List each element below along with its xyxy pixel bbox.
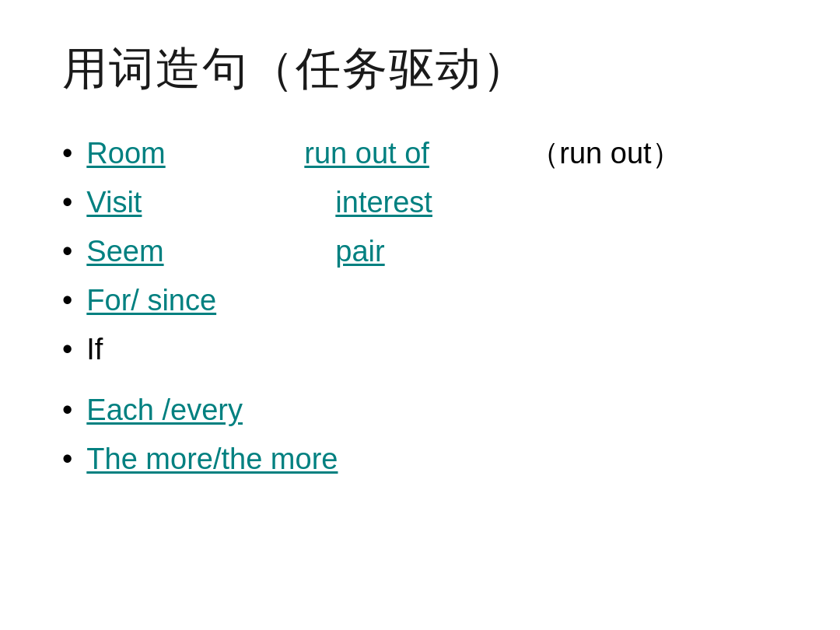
list-item: • Seem pair: [62, 229, 778, 275]
link-the-more[interactable]: The more/the more: [86, 436, 338, 482]
bullet-dot: •: [62, 131, 72, 177]
bullet-dot: •: [62, 180, 72, 226]
bullet-content: If: [86, 327, 103, 373]
bullet-list: • Room run out of （run out） • Visit: [62, 131, 778, 485]
link-each-every[interactable]: Each /every: [86, 387, 243, 433]
bullet-content: Room run out of （run out）: [86, 131, 681, 177]
bullet-dot: •: [62, 327, 72, 373]
link-seem[interactable]: Seem: [86, 235, 163, 268]
bullet-content: Each /every: [86, 387, 243, 433]
link-pair[interactable]: pair: [335, 235, 384, 268]
list-item: • For/ since: [62, 278, 778, 324]
link-run-out-of[interactable]: run out of: [304, 137, 429, 170]
list-item: • Room run out of （run out）: [62, 131, 778, 177]
bullet-content: Seem pair: [86, 229, 553, 275]
text-run-out: （run out）: [530, 137, 681, 170]
link-forsince[interactable]: For/ since: [86, 278, 216, 324]
link-visit[interactable]: Visit: [86, 186, 142, 219]
bullet-dot: •: [62, 278, 72, 324]
link-interest[interactable]: interest: [335, 186, 432, 219]
page-title: 用词造句（任务驱动）: [62, 39, 778, 100]
list-item: • The more/the more: [62, 436, 778, 482]
bullet-dot: •: [62, 229, 72, 275]
bullet-content: The more/the more: [86, 436, 338, 482]
bullet-dot: •: [62, 436, 72, 482]
bullet-content: Visit interest: [86, 180, 553, 226]
list-item: • If: [62, 327, 778, 373]
text-if: If: [86, 327, 103, 373]
slide: 用词造句（任务驱动） • Room run out of （run out） •: [0, 0, 840, 630]
bullet-dot: •: [62, 387, 72, 433]
list-item: • Visit interest: [62, 180, 778, 226]
list-item: • Each /every: [62, 387, 778, 433]
bullet-content: For/ since: [86, 278, 216, 324]
link-room[interactable]: Room: [86, 137, 165, 170]
